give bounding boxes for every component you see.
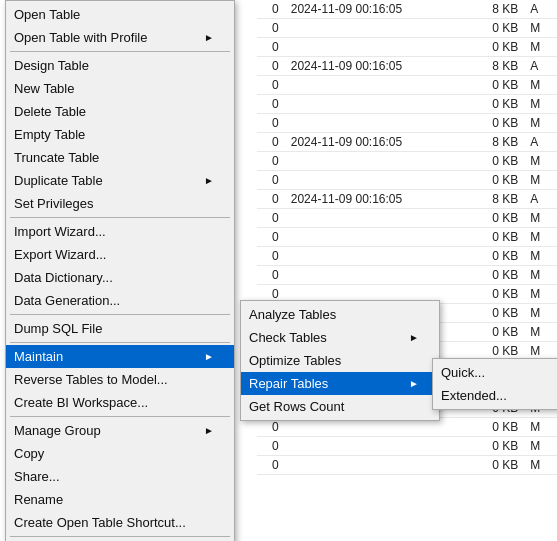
- num-cell: 0: [257, 456, 285, 475]
- menu-item-design-table[interactable]: Design Table: [6, 54, 234, 77]
- size-cell: 8 KB: [468, 133, 524, 152]
- submenu-arrow: ►: [204, 32, 214, 43]
- menu-item-empty-table[interactable]: Empty Table: [6, 123, 234, 146]
- menu-item-data-generation[interactable]: Data Generation...: [6, 289, 234, 312]
- separator-sep3: [10, 314, 230, 315]
- menu-label-delete-table: Delete Table: [14, 104, 86, 119]
- num-cell: 0: [257, 0, 285, 19]
- letter-cell: M: [524, 19, 557, 38]
- size-cell: 8 KB: [468, 190, 524, 209]
- num-cell: 0: [257, 76, 285, 95]
- submenu-arrow: ►: [409, 378, 419, 389]
- menu-item-import-wizard[interactable]: Import Wizard...: [6, 220, 234, 243]
- repair-item-quick[interactable]: Quick...: [433, 361, 557, 384]
- menu-label-open-table-profile: Open Table with Profile: [14, 30, 147, 45]
- size-cell: 0 KB: [468, 19, 524, 38]
- letter-cell: M: [524, 95, 557, 114]
- maintain-item-repair-tables[interactable]: Repair Tables►: [241, 372, 439, 395]
- menu-label-empty-table: Empty Table: [14, 127, 85, 142]
- menu-label-share: Share...: [14, 469, 60, 484]
- size-cell: 0 KB: [468, 418, 524, 437]
- date-cell: [285, 456, 468, 475]
- num-cell: 0: [257, 209, 285, 228]
- menu-label-copy: Copy: [14, 446, 44, 461]
- num-cell: 0: [257, 57, 285, 76]
- maintain-submenu: Analyze TablesCheck Tables►Optimize Tabl…: [240, 300, 440, 421]
- menu-item-open-table[interactable]: Open Table: [6, 3, 234, 26]
- menu-label-create-bi: Create BI Workspace...: [14, 395, 148, 410]
- maintain-item-check-tables[interactable]: Check Tables►: [241, 326, 439, 349]
- num-cell: 0: [257, 171, 285, 190]
- menu-label-duplicate-table: Duplicate Table: [14, 173, 103, 188]
- menu-item-reverse-tables[interactable]: Reverse Tables to Model...: [6, 368, 234, 391]
- date-cell: [285, 266, 468, 285]
- size-cell: 0 KB: [468, 304, 524, 323]
- size-cell: 0 KB: [468, 456, 524, 475]
- num-cell: 0: [257, 95, 285, 114]
- maintain-label-check-tables: Check Tables: [249, 330, 327, 345]
- maintain-label-analyze-tables: Analyze Tables: [249, 307, 336, 322]
- menu-item-export-wizard[interactable]: Export Wizard...: [6, 243, 234, 266]
- num-cell: 0: [257, 247, 285, 266]
- letter-cell: M: [524, 266, 557, 285]
- menu-label-import-wizard: Import Wizard...: [14, 224, 106, 239]
- num-cell: 0: [257, 228, 285, 247]
- menu-item-maintain[interactable]: Maintain►: [6, 345, 234, 368]
- menu-item-delete-table[interactable]: Delete Table: [6, 100, 234, 123]
- letter-cell: M: [524, 304, 557, 323]
- date-cell: [285, 76, 468, 95]
- maintain-label-get-rows-count: Get Rows Count: [249, 399, 344, 414]
- menu-item-new-table[interactable]: New Table: [6, 77, 234, 100]
- menu-item-duplicate-table[interactable]: Duplicate Table►: [6, 169, 234, 192]
- size-cell: 0 KB: [468, 228, 524, 247]
- table-row: 0 0 KB M: [257, 152, 557, 171]
- menu-label-dump-sql: Dump SQL File: [14, 321, 102, 336]
- menu-label-new-table: New Table: [14, 81, 74, 96]
- menu-item-truncate-table[interactable]: Truncate Table: [6, 146, 234, 169]
- menu-item-share[interactable]: Share...: [6, 465, 234, 488]
- table-row: 0 0 KB M: [257, 19, 557, 38]
- letter-cell: M: [524, 456, 557, 475]
- maintain-item-get-rows-count[interactable]: Get Rows Count: [241, 395, 439, 418]
- size-cell: 0 KB: [468, 38, 524, 57]
- table-row: 0 0 KB M: [257, 95, 557, 114]
- menu-item-data-dictionary[interactable]: Data Dictionary...: [6, 266, 234, 289]
- menu-item-create-open-shortcut[interactable]: Create Open Table Shortcut...: [6, 511, 234, 534]
- menu-item-set-privileges[interactable]: Set Privileges: [6, 192, 234, 215]
- submenu-arrow: ►: [204, 175, 214, 186]
- repair-submenu: Quick...Extended...: [432, 358, 557, 410]
- menu-item-open-table-profile[interactable]: Open Table with Profile►: [6, 26, 234, 49]
- menu-item-create-bi[interactable]: Create BI Workspace...: [6, 391, 234, 414]
- num-cell: 0: [257, 133, 285, 152]
- size-cell: 0 KB: [468, 323, 524, 342]
- primary-context-menu: Open TableOpen Table with Profile►Design…: [5, 0, 235, 541]
- letter-cell: A: [524, 0, 557, 19]
- date-cell: [285, 247, 468, 266]
- date-cell: 2024-11-09 00:16:05: [285, 57, 468, 76]
- table-row: 0 2024-11-09 00:16:05 8 KB A: [257, 0, 557, 19]
- menu-item-manage-group[interactable]: Manage Group►: [6, 419, 234, 442]
- num-cell: 0: [257, 38, 285, 57]
- num-cell: 0: [257, 190, 285, 209]
- date-cell: [285, 171, 468, 190]
- menu-item-dump-sql[interactable]: Dump SQL File: [6, 317, 234, 340]
- menu-item-rename[interactable]: Rename: [6, 488, 234, 511]
- menu-label-maintain: Maintain: [14, 349, 63, 364]
- menu-item-copy[interactable]: Copy: [6, 442, 234, 465]
- letter-cell: A: [524, 190, 557, 209]
- date-cell: [285, 114, 468, 133]
- letter-cell: M: [524, 76, 557, 95]
- size-cell: 0 KB: [468, 114, 524, 133]
- letter-cell: M: [524, 152, 557, 171]
- maintain-item-analyze-tables[interactable]: Analyze Tables: [241, 303, 439, 326]
- maintain-item-optimize-tables[interactable]: Optimize Tables: [241, 349, 439, 372]
- size-cell: 0 KB: [468, 152, 524, 171]
- maintain-label-repair-tables: Repair Tables: [249, 376, 328, 391]
- letter-cell: M: [524, 437, 557, 456]
- menu-label-export-wizard: Export Wizard...: [14, 247, 106, 262]
- date-cell: 2024-11-09 00:16:05: [285, 190, 468, 209]
- num-cell: 0: [257, 437, 285, 456]
- size-cell: 0 KB: [468, 247, 524, 266]
- repair-item-extended[interactable]: Extended...: [433, 384, 557, 407]
- table-row: 0 2024-11-09 00:16:05 8 KB A: [257, 133, 557, 152]
